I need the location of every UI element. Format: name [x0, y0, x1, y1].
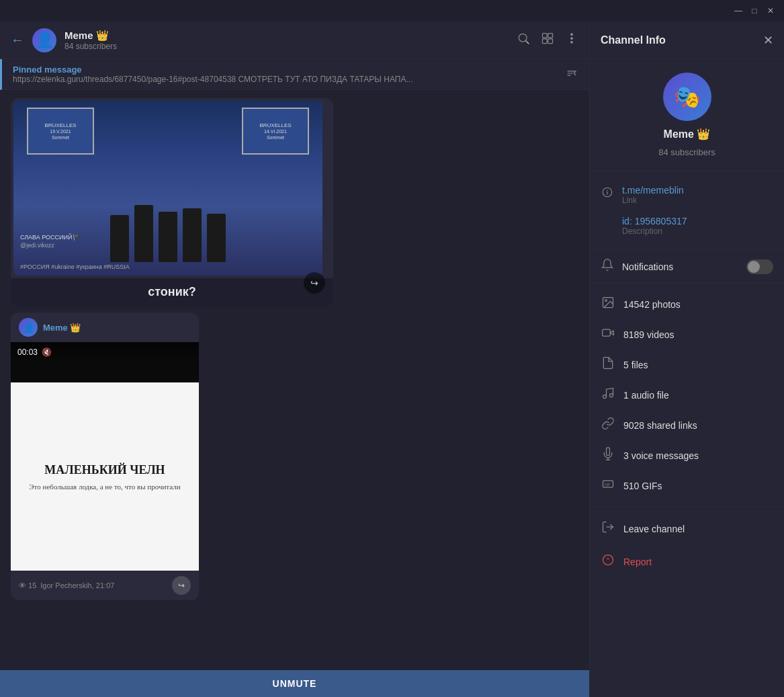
video-card-content: МАЛЕНЬКИЙ ЧЕЛН Это небольшая лодка, а не… — [11, 382, 199, 571]
video-footer: 👁 15 Igor Pecherskih, 21:07 ↪ — [11, 571, 199, 600]
chat-header: ← 👤 Meme 👑 84 subscribers — [0, 22, 589, 59]
links-count: 9028 shared links — [623, 420, 697, 431]
files-stat[interactable]: 5 files — [590, 350, 784, 380]
video-views: 👁 15 — [19, 581, 36, 589]
info-panel: Channel Info ✕ 🎭 Meme 👑 84 subscribers — [589, 22, 784, 697]
more-button[interactable] — [565, 32, 578, 48]
report-row[interactable]: Report — [590, 545, 784, 578]
forward-button-2[interactable]: ↪ — [172, 576, 191, 595]
info-panel-close-button[interactable]: ✕ — [763, 33, 773, 48]
message-image: BRUXELLES19.V.2021Sommet BRUXELLES14.VI.… — [13, 101, 322, 276]
report-icon — [601, 553, 615, 570]
channel-url[interactable]: t.me/memeblin — [622, 185, 684, 196]
videos-icon — [601, 326, 615, 343]
link-label: Link — [622, 196, 684, 205]
pinned-text: https://zelenka.guru/threads/6877450/pag… — [13, 75, 558, 84]
description-label: Description — [622, 227, 687, 236]
svg-rect-2 — [543, 34, 548, 38]
gif-count: 510 GIFs — [623, 481, 662, 491]
chat-avatar: 👤 — [32, 28, 56, 52]
audio-stat[interactable]: 1 audio file — [590, 380, 784, 410]
video-sender-name: Meme 👑 — [43, 323, 81, 333]
audio-icon — [601, 386, 615, 403]
chat-panel: ← 👤 Meme 👑 84 subscribers — [0, 22, 589, 697]
audio-count: 1 audio file — [623, 390, 669, 401]
pinned-message-bar[interactable]: Pinned message https://zelenka.guru/thre… — [0, 59, 589, 90]
channel-name: Meme 👑 — [664, 128, 711, 140]
voice-count: 3 voice messages — [623, 450, 699, 461]
messages-area: BRUXELLES19.V.2021Sommet BRUXELLES14.VI.… — [0, 90, 589, 670]
chat-subtitle: 84 subscribers — [64, 42, 509, 51]
video-card-subtitle: Это небольшая лодка, а не то, что вы про… — [29, 483, 180, 491]
svg-rect-5 — [548, 39, 553, 44]
chat-header-actions — [517, 32, 578, 48]
video-header: 👤 Meme 👑 — [11, 313, 199, 342]
notifications-label: Notifications — [622, 261, 738, 272]
pinned-title: Pinned message — [13, 65, 558, 75]
maximize-button[interactable]: □ — [749, 5, 760, 16]
gif-icon: GIF — [601, 477, 615, 494]
pinned-actions-icon[interactable] — [565, 68, 578, 81]
svg-rect-4 — [543, 39, 548, 44]
mute-icon: 🔇 — [42, 347, 52, 357]
info-panel-title: Channel Info — [601, 34, 666, 46]
photos-count: 14542 photos — [623, 299, 681, 310]
svg-point-6 — [571, 34, 573, 36]
svg-point-7 — [571, 38, 573, 40]
links-icon — [601, 417, 615, 434]
chat-header-info: Meme 👑 84 subscribers — [64, 30, 509, 51]
notifications-row: Notifications — [590, 250, 784, 284]
back-button[interactable]: ← — [11, 32, 24, 48]
leave-channel-label: Leave channel — [623, 524, 685, 534]
forward-button-1[interactable]: ↪ — [304, 272, 325, 294]
svg-rect-14 — [603, 329, 611, 336]
layout-button[interactable] — [541, 32, 554, 48]
channel-subscribers: 84 subscribers — [658, 147, 715, 157]
search-button[interactable] — [517, 32, 530, 48]
videos-count: 8189 videos — [623, 329, 674, 340]
toggle-dot — [748, 261, 760, 273]
photos-icon — [601, 296, 615, 313]
report-label: Report — [623, 557, 652, 567]
svg-point-8 — [571, 42, 573, 44]
action-section: Leave channel Report — [590, 507, 784, 583]
minimize-button[interactable]: — — [733, 5, 744, 16]
video-thumbnail[interactable]: 00:03 🔇 МАЛЕНЬКИЙ ЧЕЛН Это небольшая лод… — [11, 342, 199, 571]
files-icon — [601, 356, 615, 373]
svg-line-1 — [526, 41, 529, 44]
channel-id-row: id: 1956805317 Description — [601, 210, 773, 241]
files-count: 5 files — [623, 360, 648, 370]
close-window-button[interactable]: ✕ — [765, 5, 776, 16]
banner-right: BRUXELLES14.VI.2021Sommet — [242, 108, 309, 155]
bell-icon — [601, 258, 614, 275]
gif-stat[interactable]: GIF 510 GIFs — [590, 470, 784, 501]
unmute-bar[interactable]: UNMUTE — [0, 670, 589, 697]
message-card-1: BRUXELLES19.V.2021Sommet BRUXELLES14.VI.… — [11, 98, 333, 307]
notifications-toggle[interactable] — [746, 259, 773, 274]
chat-title: Meme 👑 — [64, 30, 509, 42]
leave-channel-row[interactable]: Leave channel — [590, 512, 784, 545]
channel-id-data: id: 1956805317 Description — [622, 216, 687, 236]
info-circle-icon — [601, 186, 614, 201]
videos-stat[interactable]: 8189 videos — [590, 319, 784, 350]
leave-icon — [601, 520, 615, 537]
svg-point-0 — [519, 34, 527, 42]
channel-avatar: 🎭 — [663, 73, 711, 121]
svg-point-16 — [610, 394, 613, 397]
photos-stat[interactable]: 14542 photos — [590, 289, 784, 319]
channel-profile: 🎭 Meme 👑 84 subscribers — [590, 59, 784, 171]
info-panel-header: Channel Info ✕ — [590, 22, 784, 59]
image-watermark: @jedi.vikozz — [20, 242, 54, 249]
stats-section: 14542 photos 8189 videos — [590, 284, 784, 507]
channel-link-data: t.me/memeblin Link — [622, 185, 684, 205]
voice-icon — [601, 447, 615, 464]
svg-text:GIF: GIF — [605, 483, 610, 487]
voice-stat[interactable]: 3 voice messages — [590, 440, 784, 470]
video-author: Igor Pecherskih, 21:07 — [40, 581, 114, 589]
channel-link-row[interactable]: t.me/memeblin Link — [601, 179, 773, 210]
channel-id: id: 1956805317 — [622, 216, 687, 227]
banner-left: BRUXELLES19.V.2021Sommet — [27, 108, 94, 155]
links-stat[interactable]: 9028 shared links — [590, 410, 784, 440]
app-body: ← 👤 Meme 👑 84 subscribers — [0, 22, 784, 697]
titlebar: — □ ✕ — [0, 0, 784, 22]
